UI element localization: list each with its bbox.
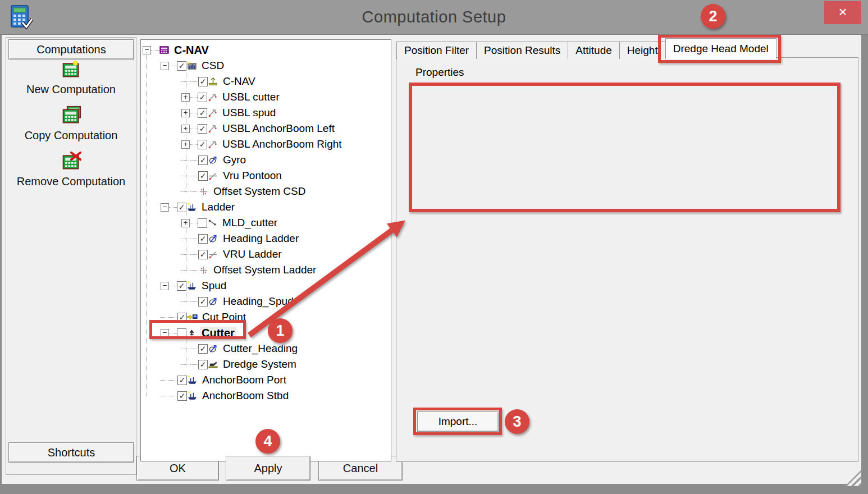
tree-item-usbl-cutter[interactable]: +✓USBL cutter	[141, 89, 391, 105]
checked-checkbox[interactable]: ✓	[198, 108, 207, 118]
checked-checkbox[interactable]: ✓	[198, 77, 208, 86]
new-computation-icon	[61, 60, 81, 80]
vru-icon	[208, 249, 218, 260]
tree-item-label: AnchorBoom Stbd	[200, 390, 290, 402]
tree-item-mld-cutter[interactable]: +MLD_cutter	[141, 215, 391, 231]
checked-checkbox[interactable]: ✓	[177, 61, 186, 71]
tree-item-vru-ladder[interactable]: ✓VRU Ladder	[141, 246, 391, 262]
checked-checkbox[interactable]: ✓	[198, 155, 208, 165]
tree-item-anchorboom-port[interactable]: ✓AnchorBoom Port	[141, 372, 391, 388]
collapse-icon[interactable]: −	[161, 282, 169, 290]
remove-computation-button[interactable]: Remove Computation	[7, 152, 135, 188]
tab-attitude[interactable]: Attitude	[568, 42, 619, 59]
checked-checkbox[interactable]: ✓	[198, 124, 207, 134]
tree-item-usbl-anchorboom-left[interactable]: +✓USBL AnchorBoom Left	[141, 121, 391, 136]
collapse-icon[interactable]: −	[161, 203, 169, 212]
tree-item-anchorboom-stbd[interactable]: ✓AnchorBoom Stbd	[141, 388, 391, 404]
tree-item-offset-system-ladder[interactable]: Offset System Ladder	[141, 262, 391, 278]
tree-item-label: AnchorBoom Port	[200, 374, 288, 386]
tree-connector	[190, 113, 198, 113]
tree-item-heading-spud[interactable]: ✓Heading_Spud	[141, 294, 391, 309]
checked-checkbox[interactable]: ✓	[198, 360, 208, 369]
copy-computation-button[interactable]: Copy Computation	[7, 106, 135, 142]
checked-checkbox[interactable]: ✓	[198, 171, 208, 181]
collapse-icon[interactable]: −	[161, 329, 169, 337]
tree-item-csd[interactable]: −✓CSD	[141, 58, 391, 74]
tree-connector	[161, 317, 170, 318]
sidebar-actions: New ComputationCopy ComputationRemove Co…	[7, 60, 135, 198]
ship-icon	[186, 202, 197, 213]
tree-item-label: Heading Ladder	[221, 232, 300, 245]
checked-checkbox[interactable]: ✓	[198, 250, 208, 259]
tree-item-cut-point[interactable]: ✓Cut Point	[141, 309, 391, 325]
checked-checkbox[interactable]: ✓	[177, 391, 187, 401]
checked-checkbox[interactable]: ✓	[198, 297, 208, 307]
tree-item-usbl-spud[interactable]: +✓USBL spud	[141, 105, 391, 121]
tree-item-usbl-anchorboom-right[interactable]: +✓USBL AnchorBoom Right	[141, 136, 391, 152]
checked-checkbox[interactable]: ✓	[198, 234, 208, 244]
checked-checkbox[interactable]: ✓	[177, 203, 186, 212]
antenna-icon	[208, 76, 218, 87]
tree-item-label: Heading_Spud	[221, 295, 295, 308]
tab-dredge-head-model[interactable]: Dredge Head Model	[665, 38, 776, 59]
usbl-icon	[207, 108, 218, 118]
tree-connector	[170, 317, 177, 318]
close-button[interactable]: ×	[824, 1, 861, 24]
gyro-icon	[208, 344, 218, 354]
titlebar: Computation Setup ×	[0, 0, 868, 35]
checked-checkbox[interactable]: ✓	[177, 313, 187, 322]
offset-icon	[198, 265, 209, 276]
usbl-icon	[207, 139, 218, 150]
checked-checkbox[interactable]: ✓	[198, 344, 208, 354]
tree-item-label: Vru Pontoon	[221, 170, 284, 182]
tree-item-cutter-heading[interactable]: ✓Cutter_Heading	[141, 341, 391, 356]
offset-icon	[198, 186, 209, 197]
checked-checkbox[interactable]: ✓	[198, 93, 207, 102]
tree-item-heading-ladder[interactable]: ✓Heading Ladder	[141, 231, 391, 246]
tree-item-cutter[interactable]: −Cutter	[141, 325, 391, 341]
tree-connector	[190, 349, 198, 349]
sidebar-action-label: Copy Computation	[7, 129, 135, 142]
tab-position-filter[interactable]: Position Filter	[396, 42, 477, 59]
shortcuts-button[interactable]: Shortcuts	[8, 442, 134, 463]
dredge-icon	[208, 359, 218, 370]
import-button[interactable]: Import...	[417, 411, 499, 432]
tree-item-c-nav[interactable]: ✓C-NAV	[141, 74, 391, 89]
usbl-icon	[207, 92, 218, 103]
collapse-icon[interactable]: −	[143, 46, 151, 54]
sidebar-action-label: New Computation	[7, 83, 135, 96]
tree-connector	[190, 239, 198, 239]
tree-item-dredge-system[interactable]: ✓Dredge System	[141, 356, 391, 372]
tree-item-offset-system-csd[interactable]: Offset System CSD	[141, 184, 391, 199]
tree-item-ladder[interactable]: −✓Ladder	[141, 199, 391, 215]
tree-item-gyro[interactable]: ✓Gyro	[141, 152, 391, 168]
tree-connector-line	[186, 336, 186, 364]
new-computation-button[interactable]: New Computation	[7, 60, 135, 96]
tab-position-results[interactable]: Position Results	[476, 42, 568, 59]
tree-item-vru-pontoon[interactable]: ✓Vru Pontoon	[141, 168, 391, 184]
tree-connector	[161, 396, 170, 396]
collapse-icon[interactable]: −	[161, 62, 169, 70]
tree-item-label: Dredge System	[221, 358, 298, 370]
tree-item-c-nav[interactable]: −C-NAV	[141, 42, 391, 58]
unchecked-checkbox[interactable]	[177, 328, 186, 338]
apply-button[interactable]: Apply	[226, 456, 310, 481]
tree-connector	[190, 129, 198, 129]
tree-connector	[190, 254, 198, 255]
tree-item-label: USBL spud	[221, 107, 277, 119]
tree-connector	[170, 396, 177, 396]
checked-checkbox[interactable]: ✓	[177, 376, 187, 385]
checked-checkbox[interactable]: ✓	[177, 281, 186, 291]
checked-checkbox[interactable]: ✓	[198, 140, 207, 149]
settings-tabs: Position FilterPosition ResultsAttitudeH…	[397, 38, 776, 59]
unchecked-checkbox[interactable]	[198, 218, 207, 228]
computations-header-button[interactable]: Computations	[8, 39, 134, 60]
tree-connector	[190, 191, 198, 192]
tree-item-spud[interactable]: −✓Spud	[141, 278, 391, 294]
tree-item-label: Cutter_Heading	[221, 342, 299, 355]
close-icon: ×	[838, 3, 847, 20]
sidebar-action-label: Remove Computation	[7, 175, 135, 188]
tree-item-label: CSD	[200, 60, 226, 72]
tab-height[interactable]: Height	[619, 42, 666, 59]
cutter-icon	[186, 328, 197, 339]
